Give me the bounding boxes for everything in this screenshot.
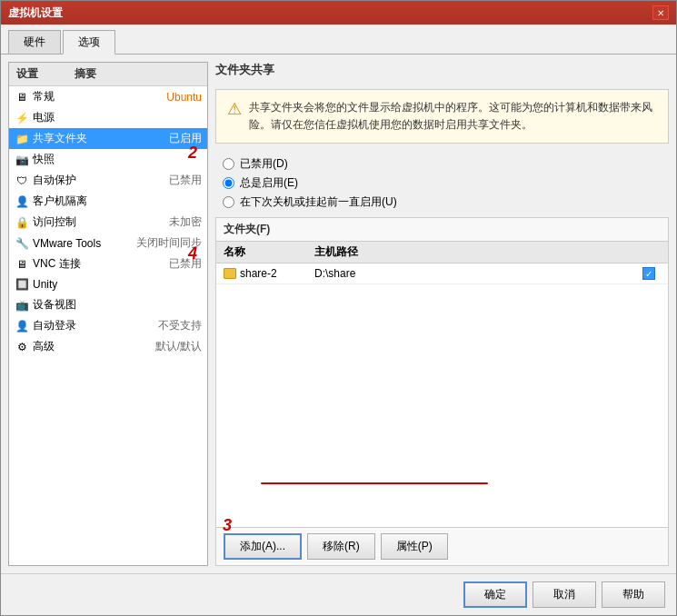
autoprotect-summary: 已禁用 [169,173,202,188]
shared-folders-label: 共享文件夹 [33,131,165,146]
folder-section-title: 文件夹(F) [216,218,668,242]
radio-until-off-label: 在下次关机或挂起前一直启用(U) [240,194,397,210]
vmware-tools-summary: 关闭时间同步 [136,235,202,251]
tab-hardware[interactable]: 硬件 [8,30,61,54]
advanced-summary: 默认/默认 [155,339,202,354]
title-bar-buttons: ✕ [652,5,669,20]
folder-table: 名称 主机路径 share-2 D:\share ✓ [216,242,668,527]
guest-isolation-icon: 👤 [15,194,29,209]
col-path-header: 主机路径 [314,244,661,260]
radio-until-off[interactable]: 在下次关机或挂起前一直启用(U) [223,194,669,210]
cancel-button[interactable]: 取消 [533,581,596,608]
info-section-header: 文件夹共享 [215,62,669,78]
settings-item-autoprotect[interactable]: 🛡 自动保护 已禁用 [9,170,207,191]
col-name-header: 名称 [224,244,314,260]
autoprotect-icon: 🛡 [15,174,29,188]
folder-buttons: 添加(A)... 移除(R) 属性(P) [216,527,668,565]
vmware-tools-label: VMware Tools [33,237,133,250]
autologin-label: 自动登录 [33,318,154,333]
unity-label: Unity [33,278,198,291]
row-name: share-2 [224,267,314,280]
vnc-summary: 已禁用 [169,256,202,272]
folder-table-header: 名称 主机路径 [216,242,668,263]
access-control-icon: 🔒 [15,215,29,230]
add-button[interactable]: 添加(A)... [224,533,302,560]
radio-disabled-label: 已禁用(D) [240,156,288,172]
radio-always-enabled-input[interactable] [223,177,234,189]
snapshot-label: 快照 [33,152,198,167]
settings-item-guest-isolation[interactable]: 👤 客户机隔离 [9,191,207,212]
radio-group: 已禁用(D) 总是启用(E) 在下次关机或挂起前一直启用(U) [215,156,669,210]
tab-options[interactable]: 选项 [63,30,115,55]
settings-item-vmware-tools[interactable]: 🔧 VMware Tools 关闭时间同步 [9,233,207,253]
unity-icon: 🔲 [15,277,29,292]
device-view-icon: 📺 [15,298,29,313]
access-control-label: 访问控制 [33,214,165,230]
autoprotect-label: 自动保护 [33,173,165,188]
folder-icon [224,268,236,279]
warning-icon: ⚠ [227,99,242,134]
device-view-label: 设备视图 [33,297,198,313]
remove-button[interactable]: 移除(R) [307,533,375,560]
shared-folders-summary: 已启用 [169,131,202,146]
folder-section-container: 文件夹(F) 名称 主机路径 share-2 D:\share [215,217,669,566]
radio-always-enabled[interactable]: 总是启用(E) [223,175,669,191]
row-path: D:\share [314,267,642,280]
help-button[interactable]: 帮助 [602,581,665,608]
settings-item-device-view[interactable]: 📺 设备视图 [9,294,207,315]
advanced-icon: ⚙ [15,340,29,354]
col-settings: 设置 [16,66,38,82]
main-window: 虚拟机设置 ✕ 硬件 选项 设置 摘要 🖥 常规 Ubuntu ⚡ 电源 [0,0,677,616]
general-summary: Ubuntu [166,91,202,104]
shared-folders-icon: 📁 [15,132,29,146]
checkbox-checked: ✓ [642,267,655,280]
snapshot-icon: 📷 [15,153,29,167]
title-bar: 虚拟机设置 ✕ [1,1,676,25]
general-label: 常规 [33,89,163,104]
settings-item-vnc[interactable]: 🖥 VNC 连接 已禁用 [9,253,207,274]
settings-item-autologin[interactable]: 👤 自动登录 不受支持 [9,315,207,336]
tab-bar: 硬件 选项 [1,25,676,55]
radio-until-off-input[interactable] [223,196,234,208]
autologin-summary: 不受支持 [158,318,202,333]
guest-isolation-label: 客户机隔离 [33,194,198,209]
vnc-label: VNC 连接 [33,256,165,272]
bottom-bar: 确定 取消 帮助 [1,573,676,615]
table-row[interactable]: share-2 D:\share ✓ [216,263,668,284]
sharing-options-container: 已禁用(D) 总是启用(E) 在下次关机或挂起前一直启用(U) 2 [215,151,669,210]
access-control-summary: 未加密 [169,214,202,230]
info-box: ⚠ 共享文件夹会将您的文件显示给虚拟机中的程序。这可能为您的计算机和数据带来风险… [215,89,669,144]
radio-disabled-input[interactable] [223,158,234,170]
main-content: 设置 摘要 🖥 常规 Ubuntu ⚡ 电源 📁 共享文件夹 已启用 📷 [1,55,676,573]
settings-item-shared-folders[interactable]: 📁 共享文件夹 已启用 [9,128,207,149]
window-title: 虚拟机设置 [8,5,63,21]
right-panel: 文件夹共享 ⚠ 共享文件夹会将您的文件显示给虚拟机中的程序。这可能为您的计算机和… [215,62,669,566]
close-button[interactable]: ✕ [652,5,669,20]
advanced-label: 高级 [33,339,152,354]
properties-button[interactable]: 属性(P) [381,533,448,560]
radio-always-enabled-label: 总是启用(E) [240,175,298,191]
autologin-icon: 👤 [15,319,29,333]
radio-disabled[interactable]: 已禁用(D) [223,156,669,172]
left-header: 设置 摘要 [9,63,207,86]
settings-item-general[interactable]: 🖥 常规 Ubuntu [9,86,207,107]
row-checkbox[interactable]: ✓ [642,267,661,280]
vmware-tools-icon: 🔧 [15,236,29,251]
settings-item-unity[interactable]: 🔲 Unity [9,274,207,294]
left-panel: 设置 摘要 🖥 常规 Ubuntu ⚡ 电源 📁 共享文件夹 已启用 📷 [8,62,208,566]
power-icon: ⚡ [15,111,29,125]
info-text: 共享文件夹会将您的文件显示给虚拟机中的程序。这可能为您的计算机和数据带来风险。请… [249,99,657,134]
confirm-button[interactable]: 确定 [463,581,527,608]
col-summary: 摘要 [75,66,96,82]
settings-item-access-control[interactable]: 🔒 访问控制 未加密 [9,212,207,233]
settings-item-power[interactable]: ⚡ 电源 [9,107,207,128]
power-label: 电源 [33,110,198,125]
vnc-icon: 🖥 [15,257,29,272]
settings-item-snapshot[interactable]: 📷 快照 [9,149,207,170]
folder-section: 文件夹(F) 名称 主机路径 share-2 D:\share [215,217,669,566]
general-icon: 🖥 [15,90,29,104]
settings-item-advanced[interactable]: ⚙ 高级 默认/默认 [9,336,207,357]
